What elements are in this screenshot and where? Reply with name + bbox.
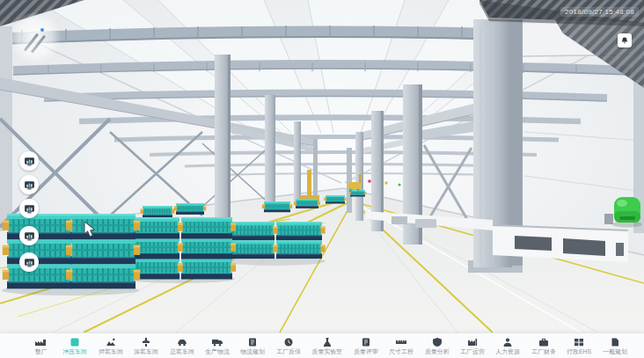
ruler-icon bbox=[396, 338, 406, 347]
document-icon bbox=[610, 338, 620, 347]
toolbar-item-briefcase[interactable]: 工厂财务 bbox=[531, 338, 557, 354]
toolbar-item-document-review[interactable]: 质量评审 bbox=[353, 338, 379, 354]
scene-hotspot-button-4[interactable] bbox=[19, 226, 39, 245]
bottom-toolbar: 整厂冲压车间焊装车间涂装车间总装车间生产物流物流规划工厂质保质量实验室质量评审尺… bbox=[0, 332, 644, 358]
toolbar-item-label: 焊装车间 bbox=[99, 348, 123, 354]
toolbar-item-shield[interactable]: 质量分析 bbox=[424, 338, 450, 354]
toolbar-item-person[interactable]: 人力资源 bbox=[494, 338, 521, 354]
flask-icon bbox=[322, 338, 333, 347]
toolbar-item-label: 物流规划 bbox=[240, 348, 265, 354]
document-review-icon bbox=[361, 338, 371, 347]
scene-hotspot-button-3[interactable] bbox=[19, 199, 39, 218]
toolbar-item-flask[interactable]: 质量实验室 bbox=[311, 338, 344, 354]
toolbar-item-clock[interactable]: 工厂质保 bbox=[275, 338, 302, 354]
scene-hotspot-button-1[interactable] bbox=[19, 151, 39, 171]
timestamp: 2018/09/27 15:48:08 bbox=[560, 7, 639, 17]
scene-hotspot-button-5[interactable] bbox=[19, 252, 39, 272]
toolbar-item-truck[interactable]: 生产物流 bbox=[204, 338, 231, 354]
pens-logo-icon bbox=[9, 12, 62, 63]
toolbar-item-welding-workshop[interactable]: 焊装车间 bbox=[98, 338, 124, 354]
toolbar-item-label: 一般规划 bbox=[603, 348, 627, 354]
toolbar-item-assembly-workshop[interactable]: 总装车间 bbox=[169, 338, 195, 354]
factory-icon bbox=[467, 338, 478, 347]
factory-overview-icon bbox=[35, 338, 46, 347]
person-icon bbox=[502, 338, 513, 347]
toolbar-item-painting-workshop[interactable]: 涂装车间 bbox=[133, 338, 159, 354]
grid-icon bbox=[574, 338, 584, 347]
stamping-workshop-icon bbox=[70, 338, 80, 347]
toolbar-item-ruler[interactable]: 尺寸工程 bbox=[388, 338, 414, 354]
toolbar-item-label: 行政EHS bbox=[567, 348, 591, 354]
clock-icon bbox=[283, 338, 294, 347]
monitor-chart-icon bbox=[24, 203, 35, 215]
toolbar-item-label: 总装车间 bbox=[170, 348, 194, 354]
toolbar-item-label: 工厂质保 bbox=[276, 348, 301, 354]
painting-workshop-icon bbox=[141, 338, 151, 347]
toolbar-item-label: 冲压车间 bbox=[63, 348, 88, 354]
toolbar-item-grid[interactable]: 行政EHS bbox=[566, 338, 592, 354]
toolbar-item-label: 整厂 bbox=[34, 348, 47, 354]
toolbar-item-label: 生产物流 bbox=[205, 348, 230, 354]
toolbar-item-label: 质量分析 bbox=[425, 348, 450, 354]
monitor-chart-icon bbox=[24, 257, 35, 268]
shield-icon bbox=[432, 338, 443, 347]
welding-workshop-icon bbox=[106, 338, 116, 347]
logistics-plan-icon bbox=[247, 338, 258, 347]
monitor-chart-icon bbox=[24, 179, 35, 191]
toolbar-item-label: 质量评审 bbox=[354, 348, 378, 354]
toolbar-item-document[interactable]: 一般规划 bbox=[602, 338, 628, 354]
truck-icon bbox=[212, 338, 223, 347]
toolbar-item-label: 工厂运营 bbox=[460, 348, 485, 354]
scene-hotspot-button-2[interactable] bbox=[19, 175, 39, 194]
briefcase-icon bbox=[538, 338, 549, 347]
monitor-chart-icon bbox=[24, 156, 35, 167]
toolbar-item-label: 尺寸工程 bbox=[389, 348, 413, 354]
toolbar-item-label: 工厂财务 bbox=[531, 348, 556, 354]
notification-button[interactable] bbox=[618, 33, 632, 47]
toolbar-item-factory[interactable]: 工厂运营 bbox=[459, 338, 486, 354]
toolbar-item-label: 质量实验室 bbox=[312, 348, 343, 354]
toolbar-item-logistics-plan[interactable]: 物流规划 bbox=[239, 338, 266, 354]
toolbar-item-stamping-workshop[interactable]: 冲压车间 bbox=[62, 338, 88, 354]
toolbar-item-label: 涂装车间 bbox=[134, 348, 158, 354]
toolbar-item-label: 人力资源 bbox=[496, 348, 521, 354]
3d-viewport[interactable] bbox=[0, 0, 644, 332]
monitor-chart-icon bbox=[24, 230, 35, 242]
bell-icon bbox=[620, 36, 629, 45]
assembly-workshop-icon bbox=[177, 338, 187, 347]
digital-factory-app: 2018/09/27 15:48:08 整厂冲压车间焊装车间涂装车间总装车间生产… bbox=[0, 0, 644, 358]
toolbar-item-factory-overview[interactable]: 整厂 bbox=[28, 338, 53, 354]
